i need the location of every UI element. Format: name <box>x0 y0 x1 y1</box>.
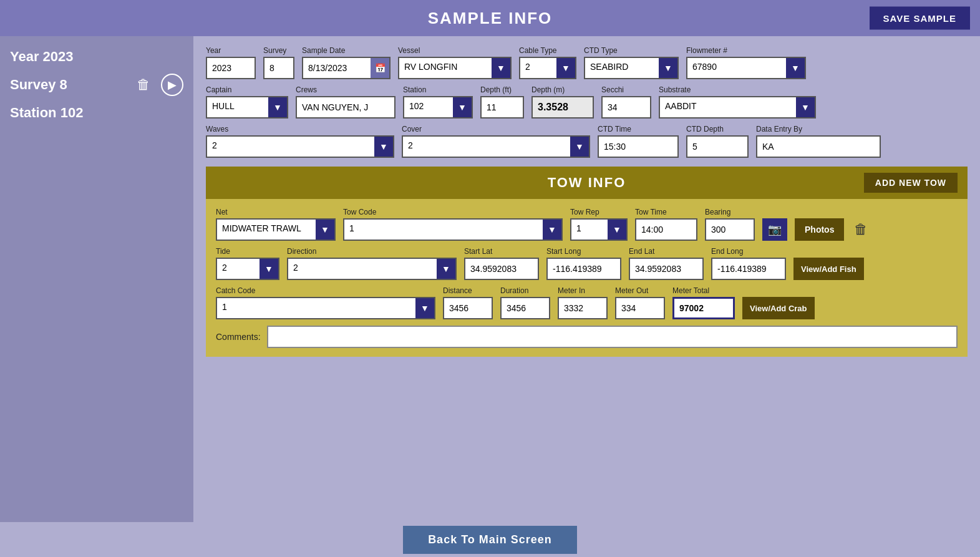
start-lat-input[interactable] <box>464 258 539 280</box>
catch-code-value: 1 <box>216 297 415 319</box>
substrate-label: Substrate <box>659 85 816 94</box>
add-new-tow-button[interactable]: ADD NEW TOW <box>864 173 958 193</box>
field-substrate: Substrate AABDIT ▼ <box>659 85 816 119</box>
station-select-wrap: 102 ▼ <box>403 96 473 119</box>
calendar-icon-button[interactable]: 📅 <box>371 57 391 79</box>
bearing-input[interactable] <box>705 218 755 241</box>
field-cover: Cover 2 ▼ <box>402 125 590 158</box>
sample-date-label: Sample Date <box>302 46 391 55</box>
end-long-label: End Long <box>711 247 786 256</box>
tow-delete-group: 🗑 <box>851 208 870 241</box>
start-long-input[interactable] <box>546 258 621 280</box>
tow-field-tow-code: Tow Code 1 ▼ <box>343 208 563 241</box>
flowmeter-value: 67890 <box>686 57 786 79</box>
waves-value: 2 <box>206 135 374 158</box>
secchi-input[interactable] <box>601 96 651 119</box>
ctd-type-select-wrap: SEABIRD ▼ <box>584 57 679 79</box>
tow-field-bearing: Bearing <box>705 208 755 241</box>
data-entry-by-label: Data Entry By <box>756 125 881 133</box>
cable-type-dropdown-btn[interactable]: ▼ <box>556 57 576 79</box>
waves-label: Waves <box>206 125 394 133</box>
captain-dropdown-btn[interactable]: ▼ <box>268 96 288 119</box>
start-long-label: Start Long <box>546 247 621 256</box>
vessel-label: Vessel <box>398 46 512 55</box>
year-input[interactable] <box>206 57 256 79</box>
distance-input[interactable] <box>443 297 493 319</box>
direction-label: Direction <box>287 247 457 256</box>
ctd-time-label: CTD Time <box>598 125 679 133</box>
tow-field-start-lat: Start Lat <box>464 247 539 280</box>
ctd-time-input[interactable] <box>598 135 679 158</box>
tow-time-label: Tow Time <box>635 208 697 216</box>
depth-m-input[interactable] <box>531 96 594 119</box>
end-lat-label: End Lat <box>629 247 704 256</box>
sample-info-form: Year Survey Sample Date 📅 Vessel <box>206 46 968 158</box>
captain-label: Captain <box>206 85 288 94</box>
vessel-dropdown-btn[interactable]: ▼ <box>492 57 512 79</box>
photos-button[interactable]: Photos <box>795 218 844 241</box>
view-add-fish-button[interactable]: View/Add Fish <box>793 258 864 280</box>
back-to-main-screen-button[interactable]: Back To Main Screen <box>403 526 577 554</box>
sample-date-input[interactable] <box>302 57 371 79</box>
end-lat-input[interactable] <box>629 258 704 280</box>
substrate-select-wrap: AABDIT ▼ <box>659 96 816 119</box>
delete-tow-button[interactable]: 🗑 <box>851 218 870 241</box>
net-dropdown-btn[interactable]: ▼ <box>316 218 336 241</box>
depth-ft-input[interactable] <box>480 96 524 119</box>
duration-input[interactable] <box>500 297 550 319</box>
tide-dropdown-btn[interactable]: ▼ <box>260 258 279 280</box>
tow-body: Net MIDWATER TRAWL ▼ Tow Code 1 ▼ <box>206 199 968 357</box>
crews-label: Crews <box>296 85 395 94</box>
end-long-input[interactable] <box>711 258 786 280</box>
cover-select-wrap: 2 ▼ <box>402 135 590 158</box>
direction-dropdown-btn[interactable]: ▼ <box>437 258 457 280</box>
tow-rep-dropdown-btn[interactable]: ▼ <box>608 218 628 241</box>
view-add-crab-button[interactable]: View/Add Crab <box>742 297 815 319</box>
form-row-1: Year Survey Sample Date 📅 Vessel <box>206 46 968 79</box>
vessel-value: RV LONGFIN <box>398 57 492 79</box>
cover-dropdown-btn[interactable]: ▼ <box>570 135 590 158</box>
secchi-label: Secchi <box>601 85 651 94</box>
form-row-2: Captain HULL ▼ Crews Station 102 ▼ <box>206 85 968 119</box>
meter-in-label: Meter In <box>558 286 608 295</box>
ctd-depth-input[interactable] <box>686 135 749 158</box>
crews-input[interactable] <box>296 96 395 119</box>
field-secchi: Secchi <box>601 85 651 119</box>
data-entry-by-input[interactable] <box>756 135 881 158</box>
sidebar: Year 2023 Survey 8 🗑 ▶ Station 102 <box>0 36 193 557</box>
meter-total-input[interactable] <box>672 297 735 319</box>
content-area: Year Survey Sample Date 📅 Vessel <box>193 36 980 557</box>
start-lat-label: Start Lat <box>464 247 539 256</box>
field-crews: Crews <box>296 85 395 119</box>
flowmeter-label: Flowmeter # <box>686 46 806 55</box>
direction-select-wrap: 2 ▼ <box>287 258 457 280</box>
ctd-type-value: SEABIRD <box>584 57 659 79</box>
comments-input[interactable] <box>267 326 958 348</box>
ctd-type-dropdown-btn[interactable]: ▼ <box>659 57 679 79</box>
tow-code-value: 1 <box>343 218 543 241</box>
field-depth-ft: Depth (ft) <box>480 85 524 119</box>
navigate-button[interactable]: ▶ <box>161 74 183 96</box>
survey-input[interactable] <box>263 57 294 79</box>
tow-rep-select-wrap: 1 ▼ <box>570 218 628 241</box>
tow-time-input[interactable] <box>635 218 697 241</box>
tow-photos-group: Photos <box>795 208 844 241</box>
tow-field-catch-code: Catch Code 1 ▼ <box>216 286 435 319</box>
waves-dropdown-btn[interactable]: ▼ <box>374 135 394 158</box>
meter-total-label: Meter Total <box>672 286 735 295</box>
tow-field-end-long: End Long <box>711 247 786 280</box>
tow-camera-group: 📷 <box>762 208 787 241</box>
station-dropdown-btn[interactable]: ▼ <box>453 96 473 119</box>
tow-rep-label: Tow Rep <box>570 208 628 216</box>
flowmeter-dropdown-btn[interactable]: ▼ <box>786 57 806 79</box>
meter-in-input[interactable] <box>558 297 608 319</box>
camera-button[interactable]: 📷 <box>762 218 787 241</box>
tow-header: TOW INFO ADD NEW TOW <box>206 167 968 199</box>
save-sample-button[interactable]: SAVE SAMPLE <box>870 7 970 30</box>
tow-code-dropdown-btn[interactable]: ▼ <box>543 218 563 241</box>
catch-code-dropdown-btn[interactable]: ▼ <box>415 297 435 319</box>
tow-field-tide: Tide 2 ▼ <box>216 247 279 280</box>
meter-out-input[interactable] <box>615 297 665 319</box>
delete-survey-button[interactable]: 🗑 <box>132 74 155 96</box>
substrate-dropdown-btn[interactable]: ▼ <box>796 96 816 119</box>
